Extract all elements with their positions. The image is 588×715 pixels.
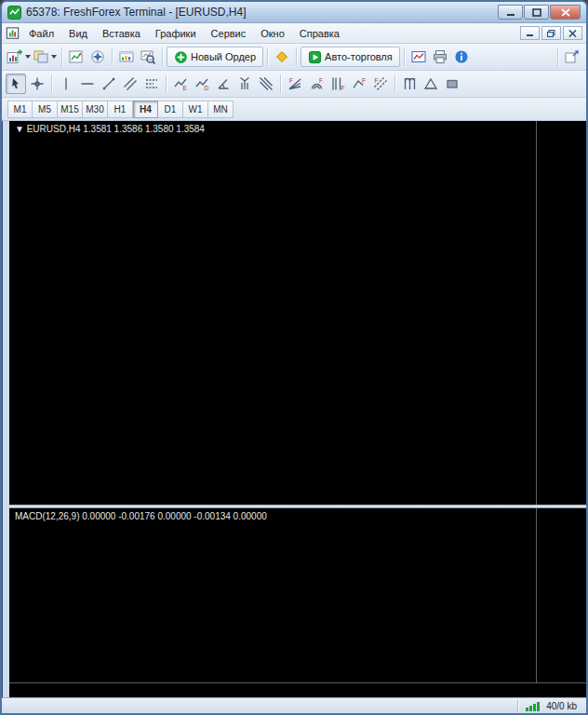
svg-text:F: F [375, 77, 379, 84]
navigator-button[interactable] [87, 47, 108, 67]
trendline-icon [101, 76, 116, 91]
tool-crosshair-button[interactable] [27, 74, 47, 94]
svg-text:F: F [289, 77, 293, 84]
vertical-line-icon [59, 76, 74, 91]
menu-item-3[interactable]: Графики [148, 26, 204, 41]
tool-cycle-lines-button[interactable] [399, 74, 420, 94]
tool-trendline-button[interactable] [99, 74, 119, 94]
time-axis[interactable] [9, 682, 586, 697]
fibo-expansion-icon: F [352, 76, 367, 91]
autotrading-icon [308, 50, 322, 64]
tool-angle-button[interactable] [213, 74, 234, 94]
timeframe-button-mn[interactable]: MN [208, 101, 234, 118]
menu-item-5[interactable]: Окно [253, 26, 292, 41]
fibo-arcs-icon: F [309, 76, 324, 91]
new-chart-button[interactable] [6, 47, 32, 67]
maximize-button[interactable] [524, 5, 549, 20]
fibo-channel-icon: F [373, 76, 388, 91]
arrange-windows-button[interactable] [562, 47, 582, 67]
tool-rectangle-button[interactable] [442, 74, 462, 94]
menu-item-2[interactable]: Вставка [95, 26, 148, 41]
tool-fibo-channel-button[interactable]: F [370, 74, 391, 94]
market-watch-icon [69, 49, 84, 64]
title-bar[interactable]: 65378: FreshForex Terminal - [EURUSD,H4] [2, 2, 586, 23]
zigzag-e-icon: E [173, 76, 188, 91]
tool-pitchfork-button[interactable] [234, 74, 255, 94]
autotrading-label: Авто-торговля [325, 51, 393, 62]
timeframe-button-m1[interactable]: M1 [7, 101, 33, 118]
tool-triangle-button[interactable] [421, 74, 441, 94]
minimize-button[interactable] [498, 5, 523, 20]
status-separator [517, 700, 518, 711]
timeframe-button-m5[interactable]: M5 [33, 101, 58, 118]
tool-indicator-e-button[interactable]: E [170, 74, 191, 94]
timeframe-button-d1[interactable]: D1 [158, 101, 183, 118]
close-button[interactable] [550, 5, 581, 20]
menu-item-0[interactable]: Файл [21, 26, 61, 41]
toolbar-separator [394, 74, 395, 93]
tool-fibo-arcs-button[interactable]: F [306, 74, 327, 94]
terminal-button[interactable] [116, 47, 137, 67]
print-button[interactable] [430, 47, 450, 67]
macd-legend: MACD(12,26,9) 0.00000 -0.00176 0.00000 -… [15, 511, 267, 521]
mdi-close-button[interactable] [563, 26, 582, 40]
terminal-icon [119, 49, 134, 64]
tool-horizontal-line-button[interactable] [77, 74, 98, 94]
tool-fibo-fan-button[interactable]: F [285, 74, 305, 94]
chart-legend: ▼ EURUSD,H4 1.3581 1.3586 1.3580 1.3584 [15, 124, 205, 134]
metaeditor-button[interactable] [272, 47, 292, 67]
metaeditor-icon [274, 49, 289, 64]
triangle-shape-icon [423, 76, 438, 91]
timeframe-button-h1[interactable]: H1 [108, 101, 133, 118]
toolbar-separator [162, 47, 163, 66]
connection-signal-icon [526, 701, 541, 711]
timeframe-button-m30[interactable]: M30 [83, 101, 108, 118]
profiles-button[interactable] [33, 47, 58, 67]
tool-channel-button[interactable] [120, 74, 140, 94]
new-order-button[interactable]: Новый Ордер [167, 47, 263, 67]
tool-cursor-button[interactable] [6, 74, 26, 94]
toolbar-separator [267, 47, 268, 66]
arrange-windows-icon [565, 49, 580, 64]
new-order-plus-icon [174, 50, 188, 64]
andrews-pitchfork-icon [237, 76, 252, 91]
info-icon [454, 49, 469, 64]
timeframe-button-h4[interactable]: H4 [133, 101, 158, 118]
menu-item-1[interactable]: Вид [61, 26, 95, 41]
tool-fibonacci-button[interactable] [141, 74, 162, 94]
mdi-restore-button[interactable] [541, 26, 561, 40]
trend-angle-icon [216, 76, 231, 91]
crosshair-icon [30, 76, 45, 91]
tool-fibo-expansion-button[interactable]: F [349, 74, 369, 94]
toolbar-separator [112, 47, 113, 66]
price-axis[interactable] [536, 121, 586, 505]
autotrading-button[interactable]: Авто-торговля [301, 47, 400, 67]
horizontal-line-icon [80, 76, 95, 91]
tool-vertical-line-button[interactable] [56, 74, 76, 94]
strategy-tester-button[interactable] [138, 47, 158, 67]
menu-item-4[interactable]: Сервис [204, 26, 254, 41]
tool-gann-grid-button[interactable] [256, 74, 276, 94]
timeframe-button-w1[interactable]: W1 [183, 101, 208, 118]
printer-icon [433, 49, 448, 64]
toolbar-separator [166, 74, 167, 93]
about-button[interactable] [451, 47, 472, 67]
fibonacci-retracement-icon [144, 76, 159, 91]
mdi-minimize-button[interactable] [520, 26, 540, 40]
tool-fibo-timezones-button[interactable]: F [327, 74, 348, 94]
macd-axis[interactable] [536, 508, 586, 682]
toolbar-separator [61, 47, 62, 66]
tool-indicator-d-button[interactable]: D [192, 74, 212, 94]
market-watch-button[interactable] [66, 47, 87, 67]
chart-window-button[interactable] [408, 47, 429, 67]
fibo-timezones-icon: F [330, 76, 345, 91]
navigator-compass-icon [90, 49, 105, 64]
menu-item-6[interactable]: Справка [292, 26, 347, 41]
new-chart-icon [7, 49, 22, 64]
status-bar: 40/0 kb [2, 697, 586, 713]
new-order-label: Новый Ордер [191, 51, 256, 62]
toolbar-separator [296, 47, 297, 66]
timeframe-button-m15[interactable]: M15 [58, 101, 83, 118]
price-chart-canvas[interactable]: ▼ EURUSD,H4 1.3581 1.3586 1.3580 1.3584 [9, 121, 536, 505]
macd-canvas[interactable]: MACD(12,26,9) 0.00000 -0.00176 0.00000 -… [9, 508, 536, 682]
